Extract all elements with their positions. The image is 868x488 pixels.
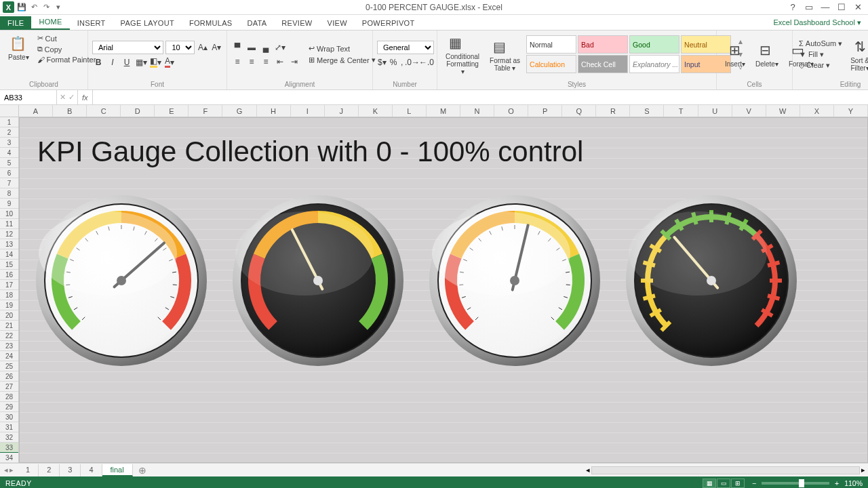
sheet-tab-4[interactable]: 4	[81, 464, 102, 476]
row-header[interactable]: 22	[0, 331, 18, 341]
sheet-tab-final[interactable]: final	[102, 464, 133, 476]
font-size-select[interactable]: 10	[165, 41, 195, 54]
row-header[interactable]: 33	[0, 443, 18, 453]
row-header[interactable]: 32	[0, 432, 18, 443]
close-icon[interactable]: ✕	[850, 1, 865, 14]
row-header[interactable]: 7	[0, 178, 18, 188]
column-header[interactable]: G	[222, 105, 256, 117]
row-header[interactable]: 21	[0, 321, 18, 331]
page-break-view-button[interactable]: ⊞	[731, 479, 745, 488]
gauge-chart[interactable]	[230, 192, 406, 369]
column-header[interactable]: J	[325, 105, 359, 117]
tab-file[interactable]: FILE	[0, 16, 31, 30]
row-header[interactable]: 26	[0, 371, 18, 382]
column-header[interactable]: O	[494, 105, 528, 117]
decrease-decimal-icon[interactable]: ←.0	[420, 56, 433, 68]
column-header[interactable]: R	[596, 105, 630, 117]
horizontal-scrollbar[interactable]: ◂ ▸	[583, 466, 868, 475]
column-header[interactable]: T	[664, 105, 698, 117]
row-header[interactable]: 14	[0, 249, 18, 260]
column-header[interactable]: X	[800, 105, 834, 117]
style-cell-good[interactable]: Good	[629, 35, 679, 54]
column-header[interactable]: B	[53, 105, 87, 117]
column-header[interactable]: I	[291, 105, 325, 117]
row-header[interactable]: 11	[0, 219, 18, 229]
row-header[interactable]: 27	[0, 382, 18, 392]
column-header[interactable]: K	[359, 105, 393, 117]
column-header[interactable]: Y	[834, 105, 868, 117]
gauge-chart[interactable]	[427, 192, 603, 369]
sheet-tab-2[interactable]: 2	[39, 464, 60, 476]
fx-icon[interactable]: fx	[78, 90, 93, 104]
column-header[interactable]: U	[698, 105, 732, 117]
tab-home[interactable]: HOME	[31, 15, 69, 30]
clear-button[interactable]: ◇Clear ▾	[797, 60, 844, 70]
column-header[interactable]: H	[257, 105, 291, 117]
column-header[interactable]: E	[155, 105, 189, 117]
font-color-button[interactable]: A▾	[163, 56, 176, 68]
row-header[interactable]: 6	[0, 168, 18, 178]
tab-review[interactable]: REVIEW	[274, 16, 319, 30]
cancel-formula-icon[interactable]: ✕	[60, 93, 66, 102]
row-header[interactable]: 13	[0, 239, 18, 249]
column-header[interactable]: A	[19, 105, 53, 117]
tab-powerpivot[interactable]: POWERPIVOT	[355, 16, 422, 30]
scroll-left-icon[interactable]: ◂	[586, 466, 590, 474]
row-header[interactable]: 12	[0, 229, 18, 239]
accounting-format-icon[interactable]: $▾	[377, 56, 387, 68]
row-header[interactable]: 1	[0, 117, 18, 127]
account-link[interactable]: Excel Dashboard School ▾	[766, 16, 868, 30]
name-box[interactable]	[0, 90, 57, 104]
style-cell-bad[interactable]: Bad	[578, 35, 628, 54]
sheet-nav-last-icon[interactable]: ▸	[9, 466, 14, 474]
row-header[interactable]: 10	[0, 209, 18, 219]
sheet-tab-1[interactable]: 1	[18, 464, 39, 476]
tab-view[interactable]: VIEW	[320, 16, 355, 30]
gauge-chart[interactable]	[33, 192, 210, 369]
increase-font-icon[interactable]: A▴	[197, 41, 208, 54]
worksheet-canvas[interactable]: KPI Gauge Collection with 0 - 100% contr…	[19, 117, 868, 463]
column-header[interactable]: P	[528, 105, 562, 117]
minimize-icon[interactable]: —	[818, 1, 833, 14]
merge-center-button[interactable]: ⊞Merge & Center ▾	[307, 55, 378, 65]
row-header[interactable]: 28	[0, 392, 18, 402]
increase-indent-icon[interactable]: ⇥	[288, 56, 300, 68]
bold-button[interactable]: B	[92, 56, 104, 68]
column-header[interactable]: N	[460, 105, 494, 117]
row-header[interactable]: 29	[0, 402, 18, 412]
style-cell-normal[interactable]: Normal	[526, 35, 576, 54]
row-header[interactable]: 2	[0, 127, 18, 138]
tab-insert[interactable]: INSERT	[70, 16, 113, 30]
align-center-icon[interactable]: ≡	[245, 56, 258, 68]
row-header[interactable]: 18	[0, 290, 18, 300]
new-sheet-button[interactable]: ⊕	[133, 465, 152, 476]
zoom-slider[interactable]	[762, 482, 829, 485]
column-header[interactable]: L	[393, 105, 427, 117]
formula-input[interactable]	[93, 90, 868, 104]
column-header[interactable]: V	[732, 105, 766, 117]
cell-styles-gallery[interactable]: NormalBadGoodNeutralCalculationCheck Cel…	[526, 35, 731, 73]
border-button[interactable]: ▦▾	[135, 56, 147, 68]
number-format-select[interactable]: General	[377, 41, 434, 54]
align-bottom-icon[interactable]: ▄	[260, 41, 272, 54]
row-header[interactable]: 19	[0, 300, 18, 310]
row-header[interactable]: 3	[0, 138, 18, 148]
insert-cells-button[interactable]: ⊞Insert▾	[721, 39, 749, 70]
tab-formulas[interactable]: FORMULAS	[182, 16, 240, 30]
zoom-out-button[interactable]: −	[750, 479, 758, 487]
column-header[interactable]: M	[427, 105, 460, 117]
select-all-button[interactable]	[0, 105, 19, 117]
align-right-icon[interactable]: ≡	[260, 56, 272, 68]
qat-customize-icon[interactable]: ▾	[54, 3, 63, 12]
row-header[interactable]: 17	[0, 280, 18, 290]
scroll-right-icon[interactable]: ▸	[861, 466, 865, 474]
row-header[interactable]: 15	[0, 260, 18, 270]
decrease-font-icon[interactable]: A▾	[211, 41, 222, 54]
sheet-tab-3[interactable]: 3	[60, 464, 81, 476]
align-middle-icon[interactable]: ▬	[245, 41, 258, 54]
format-as-table-button[interactable]: ▤ Format as Table ▾	[486, 35, 524, 74]
row-header[interactable]: 4	[0, 148, 18, 158]
undo-icon[interactable]: ↶	[29, 3, 39, 12]
row-header[interactable]: 9	[0, 199, 18, 209]
ribbon-display-icon[interactable]: ▭	[802, 1, 816, 14]
